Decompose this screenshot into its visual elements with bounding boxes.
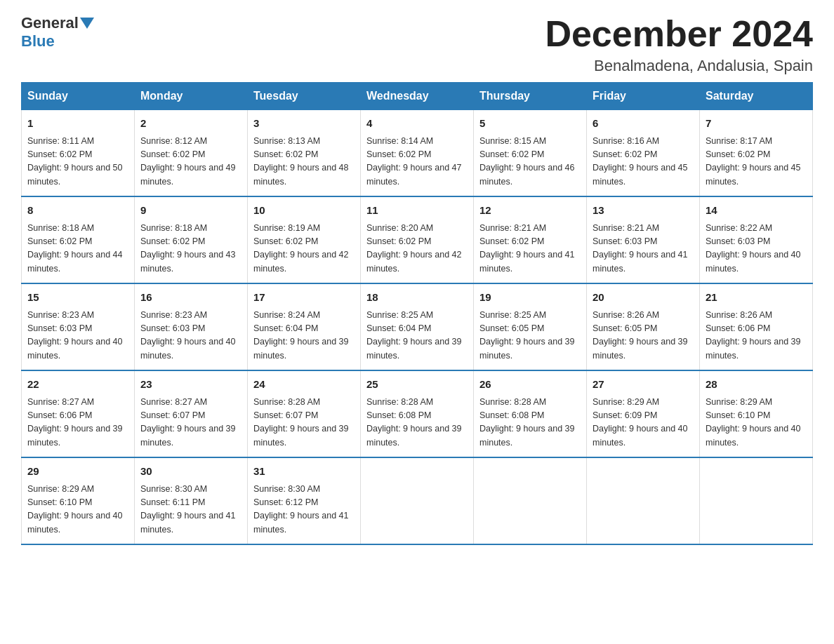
table-row: 14Sunrise: 8:22 AMSunset: 6:03 PMDayligh… bbox=[700, 196, 813, 283]
day-number: 25 bbox=[366, 377, 468, 393]
table-row: 30Sunrise: 8:30 AMSunset: 6:11 PMDayligh… bbox=[135, 457, 248, 544]
day-info: Sunrise: 8:23 AMSunset: 6:03 PMDaylight:… bbox=[27, 309, 128, 363]
day-info: Sunrise: 8:29 AMSunset: 6:10 PMDaylight:… bbox=[706, 396, 807, 450]
table-row: 21Sunrise: 8:26 AMSunset: 6:06 PMDayligh… bbox=[700, 283, 813, 370]
table-row: 7Sunrise: 8:17 AMSunset: 6:02 PMDaylight… bbox=[700, 110, 813, 197]
calendar-week-row: 8Sunrise: 8:18 AMSunset: 6:02 PMDaylight… bbox=[22, 196, 813, 283]
table-row: 18Sunrise: 8:25 AMSunset: 6:04 PMDayligh… bbox=[361, 283, 474, 370]
day-number: 7 bbox=[706, 116, 807, 132]
table-row: 16Sunrise: 8:23 AMSunset: 6:03 PMDayligh… bbox=[135, 283, 248, 370]
day-info: Sunrise: 8:22 AMSunset: 6:03 PMDaylight:… bbox=[706, 222, 807, 276]
day-number: 26 bbox=[479, 377, 581, 393]
day-number: 27 bbox=[593, 377, 694, 393]
day-number: 29 bbox=[27, 464, 128, 480]
day-info: Sunrise: 8:30 AMSunset: 6:12 PMDaylight:… bbox=[253, 483, 355, 537]
day-number: 4 bbox=[366, 116, 468, 132]
table-row: 15Sunrise: 8:23 AMSunset: 6:03 PMDayligh… bbox=[22, 283, 135, 370]
col-saturday: Saturday bbox=[700, 83, 813, 110]
day-info: Sunrise: 8:29 AMSunset: 6:09 PMDaylight:… bbox=[593, 396, 694, 450]
day-info: Sunrise: 8:11 AMSunset: 6:02 PMDaylight:… bbox=[27, 135, 128, 189]
table-row: 4Sunrise: 8:14 AMSunset: 6:02 PMDaylight… bbox=[361, 110, 474, 197]
table-row: 5Sunrise: 8:15 AMSunset: 6:02 PMDaylight… bbox=[474, 110, 587, 197]
table-row: 20Sunrise: 8:26 AMSunset: 6:05 PMDayligh… bbox=[587, 283, 700, 370]
day-info: Sunrise: 8:30 AMSunset: 6:11 PMDaylight:… bbox=[140, 483, 241, 537]
table-row bbox=[700, 457, 813, 544]
table-row: 1Sunrise: 8:11 AMSunset: 6:02 PMDaylight… bbox=[22, 110, 135, 197]
table-row: 19Sunrise: 8:25 AMSunset: 6:05 PMDayligh… bbox=[474, 283, 587, 370]
day-number: 30 bbox=[140, 464, 241, 480]
day-number: 18 bbox=[366, 290, 468, 306]
day-info: Sunrise: 8:20 AMSunset: 6:02 PMDaylight:… bbox=[366, 222, 468, 276]
day-info: Sunrise: 8:23 AMSunset: 6:03 PMDaylight:… bbox=[140, 309, 241, 363]
day-info: Sunrise: 8:26 AMSunset: 6:05 PMDaylight:… bbox=[593, 309, 694, 363]
day-number: 31 bbox=[253, 464, 355, 480]
month-title: December 2024 bbox=[545, 14, 813, 54]
table-row: 27Sunrise: 8:29 AMSunset: 6:09 PMDayligh… bbox=[587, 370, 700, 457]
day-number: 23 bbox=[140, 377, 241, 393]
calendar-header-row: Sunday Monday Tuesday Wednesday Thursday… bbox=[22, 83, 813, 110]
col-monday: Monday bbox=[135, 83, 248, 110]
day-number: 16 bbox=[140, 290, 241, 306]
day-number: 19 bbox=[479, 290, 581, 306]
day-number: 17 bbox=[253, 290, 355, 306]
table-row: 22Sunrise: 8:27 AMSunset: 6:06 PMDayligh… bbox=[22, 370, 135, 457]
day-info: Sunrise: 8:17 AMSunset: 6:02 PMDaylight:… bbox=[706, 135, 807, 189]
day-info: Sunrise: 8:21 AMSunset: 6:02 PMDaylight:… bbox=[479, 222, 581, 276]
day-info: Sunrise: 8:18 AMSunset: 6:02 PMDaylight:… bbox=[27, 222, 128, 276]
title-section: December 2024 Benalmadena, Andalusia, Sp… bbox=[545, 14, 813, 75]
logo-general-text: General bbox=[21, 14, 79, 32]
day-number: 2 bbox=[140, 116, 241, 132]
day-info: Sunrise: 8:13 AMSunset: 6:02 PMDaylight:… bbox=[253, 135, 355, 189]
table-row: 11Sunrise: 8:20 AMSunset: 6:02 PMDayligh… bbox=[361, 196, 474, 283]
table-row: 25Sunrise: 8:28 AMSunset: 6:08 PMDayligh… bbox=[361, 370, 474, 457]
col-friday: Friday bbox=[587, 83, 700, 110]
day-number: 8 bbox=[27, 203, 128, 219]
calendar-week-row: 29Sunrise: 8:29 AMSunset: 6:10 PMDayligh… bbox=[22, 457, 813, 544]
page-header: General Blue December 2024 Benalmadena, … bbox=[21, 14, 813, 75]
day-number: 15 bbox=[27, 290, 128, 306]
day-number: 13 bbox=[593, 203, 694, 219]
day-info: Sunrise: 8:16 AMSunset: 6:02 PMDaylight:… bbox=[593, 135, 694, 189]
day-number: 14 bbox=[706, 203, 807, 219]
calendar-week-row: 15Sunrise: 8:23 AMSunset: 6:03 PMDayligh… bbox=[22, 283, 813, 370]
day-number: 22 bbox=[27, 377, 128, 393]
day-number: 3 bbox=[253, 116, 355, 132]
table-row bbox=[474, 457, 587, 544]
day-number: 24 bbox=[253, 377, 355, 393]
day-number: 1 bbox=[27, 116, 128, 132]
day-info: Sunrise: 8:25 AMSunset: 6:04 PMDaylight:… bbox=[366, 309, 468, 363]
table-row: 17Sunrise: 8:24 AMSunset: 6:04 PMDayligh… bbox=[248, 283, 361, 370]
table-row: 28Sunrise: 8:29 AMSunset: 6:10 PMDayligh… bbox=[700, 370, 813, 457]
day-info: Sunrise: 8:28 AMSunset: 6:08 PMDaylight:… bbox=[366, 396, 468, 450]
day-info: Sunrise: 8:28 AMSunset: 6:08 PMDaylight:… bbox=[479, 396, 581, 450]
day-info: Sunrise: 8:15 AMSunset: 6:02 PMDaylight:… bbox=[479, 135, 581, 189]
day-info: Sunrise: 8:18 AMSunset: 6:02 PMDaylight:… bbox=[140, 222, 241, 276]
day-number: 6 bbox=[593, 116, 694, 132]
day-info: Sunrise: 8:21 AMSunset: 6:03 PMDaylight:… bbox=[593, 222, 694, 276]
day-number: 21 bbox=[706, 290, 807, 306]
table-row: 23Sunrise: 8:27 AMSunset: 6:07 PMDayligh… bbox=[135, 370, 248, 457]
day-number: 11 bbox=[366, 203, 468, 219]
day-info: Sunrise: 8:27 AMSunset: 6:06 PMDaylight:… bbox=[27, 396, 128, 450]
day-info: Sunrise: 8:27 AMSunset: 6:07 PMDaylight:… bbox=[140, 396, 241, 450]
calendar-table: Sunday Monday Tuesday Wednesday Thursday… bbox=[21, 82, 813, 545]
day-info: Sunrise: 8:28 AMSunset: 6:07 PMDaylight:… bbox=[253, 396, 355, 450]
table-row bbox=[587, 457, 700, 544]
day-info: Sunrise: 8:14 AMSunset: 6:02 PMDaylight:… bbox=[366, 135, 468, 189]
col-wednesday: Wednesday bbox=[361, 83, 474, 110]
day-number: 10 bbox=[253, 203, 355, 219]
calendar-week-row: 22Sunrise: 8:27 AMSunset: 6:06 PMDayligh… bbox=[22, 370, 813, 457]
day-number: 28 bbox=[706, 377, 807, 393]
day-info: Sunrise: 8:12 AMSunset: 6:02 PMDaylight:… bbox=[140, 135, 241, 189]
day-number: 5 bbox=[479, 116, 581, 132]
table-row: 2Sunrise: 8:12 AMSunset: 6:02 PMDaylight… bbox=[135, 110, 248, 197]
logo: General Blue bbox=[21, 14, 95, 51]
logo-arrow-icon bbox=[80, 18, 94, 29]
col-thursday: Thursday bbox=[474, 83, 587, 110]
day-number: 20 bbox=[593, 290, 694, 306]
logo-blue-text: Blue bbox=[21, 32, 55, 51]
table-row: 8Sunrise: 8:18 AMSunset: 6:02 PMDaylight… bbox=[22, 196, 135, 283]
table-row: 10Sunrise: 8:19 AMSunset: 6:02 PMDayligh… bbox=[248, 196, 361, 283]
table-row: 31Sunrise: 8:30 AMSunset: 6:12 PMDayligh… bbox=[248, 457, 361, 544]
table-row: 9Sunrise: 8:18 AMSunset: 6:02 PMDaylight… bbox=[135, 196, 248, 283]
